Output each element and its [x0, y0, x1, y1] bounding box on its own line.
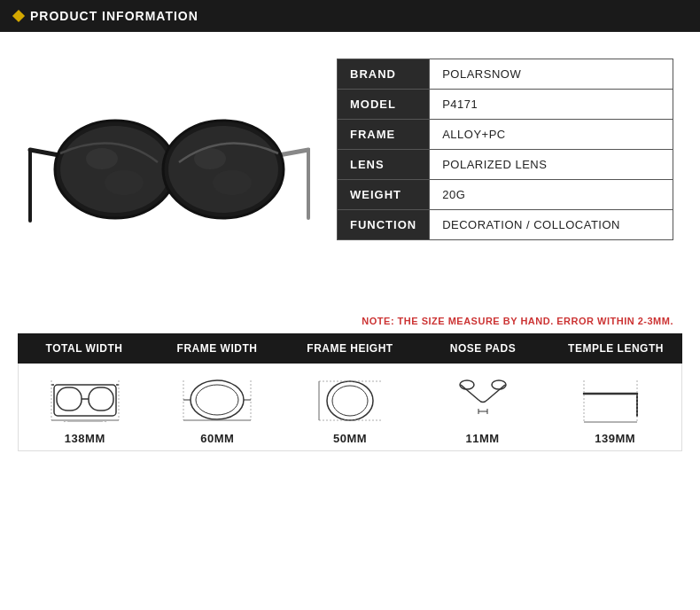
size-value: 60MM [200, 432, 234, 445]
spec-label: LENS [338, 150, 430, 180]
svg-rect-14 [89, 387, 113, 411]
svg-point-5 [60, 126, 170, 213]
spec-row: FRAME ALLOY+PC [338, 120, 673, 150]
svg-point-37 [460, 380, 474, 389]
spec-row: FUNCTION DECORATION / COLLOCATION [338, 210, 673, 240]
spec-value: DECORATION / COLLOCATION [430, 210, 673, 240]
size-column-header: FRAME HEIGHT [284, 342, 416, 355]
spec-label: FRAME [338, 120, 430, 150]
spec-label: MODEL [338, 90, 430, 120]
size-header: TOTAL WIDTHFRAME WIDTHFRAME HEIGHTNOSE P… [18, 333, 682, 364]
specs-table: BRAND POLARSNOW MODEL P4171 FRAME ALLOY+… [337, 59, 673, 240]
spec-value: 20G [430, 180, 673, 210]
svg-rect-13 [57, 387, 82, 411]
svg-text:←————————→: ←————————→ [63, 418, 107, 424]
page-header: PRODUCT INFORMATION [0, 0, 700, 32]
main-content: BRAND POLARSNOW MODEL P4171 FRAME ALLOY+… [0, 32, 700, 307]
svg-point-6 [86, 148, 118, 169]
size-value: 50MM [333, 432, 367, 445]
size-value: 11MM [466, 432, 500, 445]
spec-row: MODEL P4171 [338, 90, 673, 120]
svg-point-11 [213, 170, 252, 195]
size-column-header: FRAME WIDTH [151, 342, 284, 355]
spec-row: BRAND POLARSNOW [338, 59, 673, 90]
size-icon-item: 60MM [152, 376, 284, 445]
size-section: NOTE: THE SIZE MEASURE BY HAND. ERROR WI… [0, 307, 700, 469]
svg-point-7 [105, 170, 144, 195]
header-title: PRODUCT INFORMATION [30, 9, 198, 23]
size-column-header: TOTAL WIDTH [18, 342, 151, 355]
svg-point-9 [168, 126, 278, 213]
note-text: NOTE: THE SIZE MEASURE BY HAND. ERROR WI… [18, 316, 682, 326]
svg-point-22 [191, 380, 244, 419]
size-column-header: NOSE PADS [416, 342, 549, 355]
svg-point-38 [492, 380, 506, 389]
svg-point-30 [332, 386, 368, 416]
size-column-header: TEMPLE LENGTH [549, 342, 682, 355]
spec-value: ALLOY+PC [430, 120, 673, 150]
size-icon-item: 11MM [416, 376, 549, 445]
size-value: 139MM [595, 432, 635, 445]
spec-label: WEIGHT [338, 180, 430, 210]
size-icon-item: ←————————→ 138MM [19, 376, 152, 445]
spec-label: FUNCTION [338, 210, 430, 240]
spec-label: BRAND [338, 59, 430, 90]
spec-row: WEIGHT 20G [338, 180, 673, 210]
svg-point-23 [196, 385, 238, 415]
product-image-area [18, 59, 319, 289]
spec-value: POLARSNOW [430, 59, 673, 90]
size-icon-item: 50MM [284, 376, 416, 445]
svg-point-29 [327, 381, 373, 420]
svg-line-36 [487, 385, 505, 400]
spec-value: P4171 [430, 90, 673, 120]
product-image [27, 85, 310, 262]
svg-rect-12 [54, 385, 116, 416]
svg-line-35 [461, 385, 478, 400]
size-icon-item: 139MM [548, 376, 681, 445]
diamond-icon [12, 10, 25, 22]
spec-value: POLARIZED LENS [430, 150, 673, 180]
size-icons-row: ←————————→ 138MM 60MM 50MM [18, 364, 682, 451]
spec-row: LENS POLARIZED LENS [338, 150, 673, 180]
size-value: 138MM [65, 432, 105, 445]
